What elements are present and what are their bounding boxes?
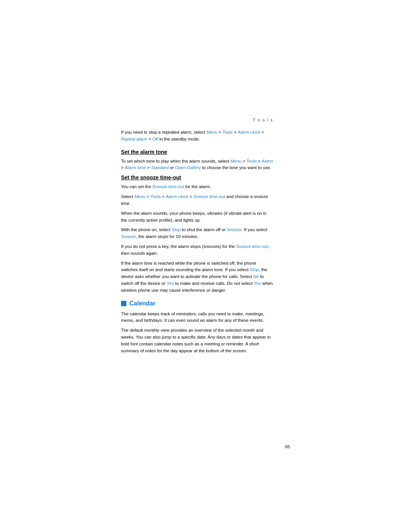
- calendar-square-icon: [121, 301, 126, 306]
- intro-sep2: >: [233, 130, 237, 134]
- intro-paragraph: If you need to stop a repeated alarm, se…: [121, 129, 273, 143]
- alarm-tone-text-before: To set which tone to play when the alarm…: [121, 159, 231, 163]
- snooze-para3: When the alarm sounds, your phone beeps,…: [121, 210, 273, 224]
- intro-link-menu: Menu: [206, 130, 217, 134]
- alarm-tone-sep3: >: [121, 165, 125, 170]
- snooze-para2-sep1: >: [145, 194, 150, 199]
- page-number: 65: [285, 444, 290, 449]
- snooze-para1-before: You can set the: [121, 184, 152, 189]
- alarm-tone-link-tools: Tools: [247, 159, 257, 163]
- snooze-para4-link2: Snooze: [227, 227, 242, 232]
- snooze-para1: You can set the Snooze time-out for the …: [121, 184, 273, 190]
- snooze-para4-mid: to shut the alarm off or: [181, 227, 227, 232]
- snooze-para4-before: With the phone on, select: [121, 227, 172, 232]
- intro-link-tools: Tools: [222, 130, 233, 134]
- alarm-tone-sep4: >: [146, 165, 151, 170]
- snooze-para6-before: If the alarm time is reached while the p…: [121, 261, 256, 272]
- calendar-heading-wrapper: Calendar: [121, 300, 273, 307]
- alarm-tone-sep1: >: [241, 159, 246, 163]
- alarm-tone-link-standard: Standard: [151, 165, 169, 170]
- intro-link-alarm-clock: Alarm clock: [237, 130, 260, 134]
- snooze-para2-link2: Tools: [150, 194, 161, 199]
- snooze-para4-after: . If you select: [242, 227, 268, 232]
- intro-text-after: in the standby mode.: [158, 137, 200, 141]
- intro-link-repeat-alarm: Repeat alarm: [121, 137, 147, 141]
- alarm-tone-paragraph: To set which tone to play when the alarm…: [121, 158, 273, 172]
- snooze-para2-sep2: >: [161, 194, 166, 199]
- intro-text-before: If you need to stop a repeated alarm, se…: [121, 130, 206, 134]
- alarm-tone-heading: Set the alarm tone: [121, 149, 273, 155]
- intro-link-off: Off: [152, 137, 158, 141]
- snooze-para4-link1: Stop: [172, 227, 181, 232]
- section-label: T o o l s: [121, 118, 273, 122]
- alarm-tone-link-open-gallery: Open Gallery: [175, 165, 201, 170]
- snooze-para5-link: Snooze time-out: [236, 244, 268, 249]
- page-container: T o o l s If you need to stop a repeated…: [0, 0, 411, 532]
- intro-sep1: >: [217, 130, 222, 134]
- snooze-para2-before: Select: [121, 194, 134, 199]
- snooze-para1-after: for the alarm.: [184, 184, 211, 189]
- snooze-heading: Set the snooze time-out: [121, 174, 273, 181]
- intro-sep4: >: [147, 137, 152, 141]
- snooze-para4: With the phone on, select Stop to shut t…: [121, 227, 273, 240]
- snooze-para4-after2: , the alarm stops for 10 minutes.: [136, 234, 198, 239]
- calendar-heading: Calendar: [129, 300, 155, 307]
- alarm-tone-text-mid: or: [169, 165, 175, 170]
- snooze-para6: If the alarm time is reached while the p…: [121, 260, 273, 294]
- snooze-para2-link3: Alarm clock: [166, 194, 188, 199]
- snooze-para6-link2: No: [253, 274, 259, 279]
- snooze-para6-link1: Stop: [250, 267, 259, 272]
- content-area: T o o l s If you need to stop a repeated…: [121, 118, 273, 358]
- snooze-para2-link1: Menu: [134, 194, 145, 199]
- snooze-para5-before: If you do not press a key, the alarm sto…: [121, 244, 236, 249]
- alarm-tone-link-menu: Menu: [231, 159, 242, 163]
- snooze-para4-link3: Snooze: [121, 234, 136, 239]
- snooze-para1-link: Snooze time-out: [152, 184, 184, 189]
- alarm-tone-link-alarm-tone: Alarm tone: [125, 165, 146, 170]
- snooze-para6-link4: Yes: [254, 281, 261, 286]
- calendar-para1: The calendar keeps track of reminders, c…: [121, 311, 273, 324]
- alarm-tone-text-after: to choose the tone you want to use.: [201, 165, 271, 170]
- alarm-tone-link-alarm: Alarm: [262, 159, 273, 163]
- calendar-para2: The default monthly view provides an ove…: [121, 327, 273, 354]
- snooze-para2-sep3: >: [188, 194, 193, 199]
- snooze-para6-link3: Yes: [167, 281, 174, 286]
- alarm-tone-sep2: >: [257, 159, 262, 163]
- snooze-para5: If you do not press a key, the alarm sto…: [121, 243, 273, 257]
- intro-sep3: >: [260, 130, 264, 134]
- snooze-para2-link4: Snooze time-out: [193, 194, 225, 199]
- snooze-para2: Select Menu > Tools > Alarm clock > Snoo…: [121, 193, 273, 207]
- snooze-para6-mid3: to make and receive calls. Do not select: [174, 281, 254, 286]
